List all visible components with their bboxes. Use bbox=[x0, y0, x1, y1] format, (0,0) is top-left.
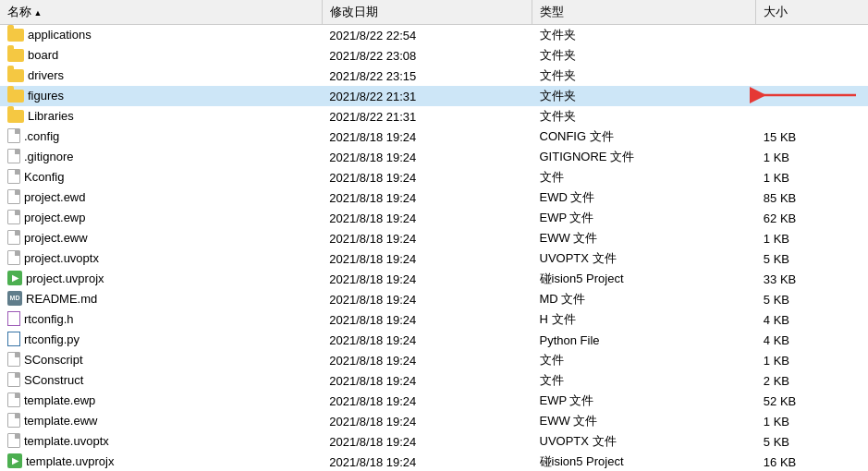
table-row[interactable]: figures2021/8/22 21:31文件夹 bbox=[0, 86, 868, 106]
table-row[interactable]: .config2021/8/18 19:24CONFIG 文件15 KB bbox=[0, 127, 868, 147]
file-name-text: .config bbox=[24, 129, 59, 143]
file-name-text: project.uvprojx bbox=[26, 272, 104, 285]
file-size: 1 KB bbox=[756, 167, 868, 187]
file-type: 碰ision5 Project bbox=[532, 452, 756, 471]
file-type: 文件夹 bbox=[532, 45, 756, 66]
file-size bbox=[756, 66, 868, 86]
table-row[interactable]: SConscript2021/8/18 19:24文件1 KB bbox=[0, 350, 868, 370]
file-type: 文件 bbox=[532, 370, 756, 391]
folder-icon bbox=[7, 90, 24, 103]
file-icon bbox=[7, 128, 20, 143]
file-date: 2021/8/18 19:24 bbox=[322, 187, 532, 208]
file-name: rtconfig.py bbox=[0, 330, 322, 350]
file-name: ▶project.uvprojx bbox=[0, 269, 322, 289]
file-name-text: template.uvoptx bbox=[24, 434, 109, 448]
file-name: .config bbox=[0, 127, 322, 147]
col-header-size[interactable]: 大小 bbox=[756, 0, 868, 25]
py-icon bbox=[7, 332, 20, 346]
file-name: figures bbox=[0, 86, 322, 106]
file-size: 4 KB bbox=[756, 330, 868, 350]
table-row[interactable]: project.eww2021/8/18 19:24EWW 文件1 KB bbox=[0, 228, 868, 248]
table-row[interactable]: project.ewp2021/8/18 19:24EWP 文件62 KB bbox=[0, 208, 868, 228]
file-name: project.uvoptx bbox=[0, 248, 322, 269]
file-type: H 文件 bbox=[532, 309, 756, 330]
file-icon bbox=[7, 250, 20, 265]
file-name: .gitignore bbox=[0, 147, 322, 167]
file-type: MD 文件 bbox=[532, 289, 756, 309]
table-row[interactable]: ▶template.uvprojx2021/8/18 19:24碰ision5 … bbox=[0, 452, 868, 471]
col-header-type[interactable]: 类型 bbox=[532, 0, 756, 25]
file-type: UVOPTX 文件 bbox=[532, 248, 756, 269]
file-name-text: figures bbox=[28, 89, 64, 103]
file-name: applications bbox=[0, 25, 322, 46]
table-row[interactable]: template.uvoptx2021/8/18 19:24UVOPTX 文件5… bbox=[0, 431, 868, 452]
file-name-text: project.eww bbox=[24, 231, 88, 245]
file-type: EWW 文件 bbox=[532, 228, 756, 248]
file-name-text: rtconfig.h bbox=[24, 312, 73, 326]
table-row[interactable]: project.uvoptx2021/8/18 19:24UVOPTX 文件5 … bbox=[0, 248, 868, 269]
file-date: 2021/8/18 19:24 bbox=[322, 431, 532, 452]
folder-icon bbox=[7, 29, 24, 42]
file-type: GITIGNORE 文件 bbox=[532, 147, 756, 167]
md-icon: MD bbox=[7, 291, 22, 306]
file-name-text: project.ewp bbox=[24, 211, 85, 224]
table-row[interactable]: template.ewp2021/8/18 19:24EWP 文件52 KB bbox=[0, 391, 868, 411]
file-type: 文件夹 bbox=[532, 25, 756, 46]
file-name-text: project.uvoptx bbox=[24, 251, 99, 265]
file-name: ▶template.uvprojx bbox=[0, 452, 322, 471]
file-name: template.ewp bbox=[0, 391, 322, 411]
folder-icon bbox=[7, 49, 24, 62]
file-name-text: project.ewd bbox=[24, 190, 85, 204]
file-type: 文件夹 bbox=[532, 86, 756, 106]
file-name: SConstruct bbox=[0, 370, 322, 391]
file-date: 2021/8/18 19:24 bbox=[322, 147, 532, 167]
file-date: 2021/8/18 19:24 bbox=[322, 370, 532, 391]
file-name-text: README.md bbox=[26, 292, 97, 306]
table-row[interactable]: rtconfig.py2021/8/18 19:24Python File4 K… bbox=[0, 330, 868, 350]
table-row[interactable]: .gitignore2021/8/18 19:24GITIGNORE 文件1 K… bbox=[0, 147, 868, 167]
file-date: 2021/8/22 23:08 bbox=[322, 45, 532, 66]
file-size bbox=[756, 25, 868, 46]
table-row[interactable]: template.eww2021/8/18 19:24EWW 文件1 KB bbox=[0, 411, 868, 431]
table-row[interactable]: SConstruct2021/8/18 19:24文件2 KB bbox=[0, 370, 868, 391]
file-name-text: applications bbox=[28, 28, 92, 42]
table-row[interactable]: applications2021/8/22 22:54文件夹 bbox=[0, 25, 868, 46]
file-name: project.eww bbox=[0, 228, 322, 248]
table-row[interactable]: Libraries2021/8/22 21:31文件夹 bbox=[0, 106, 868, 127]
file-size: 33 KB bbox=[756, 269, 868, 289]
file-type: 文件 bbox=[532, 350, 756, 370]
file-icon bbox=[7, 413, 20, 428]
file-icon bbox=[7, 189, 20, 204]
file-date: 2021/8/18 19:24 bbox=[322, 289, 532, 309]
file-name: project.ewp bbox=[0, 208, 322, 228]
file-name-text: board bbox=[28, 48, 58, 62]
folder-icon bbox=[7, 69, 24, 82]
file-icon bbox=[7, 169, 20, 184]
table-row[interactable]: board2021/8/22 23:08文件夹 bbox=[0, 45, 868, 66]
table-row[interactable]: drivers2021/8/22 23:15文件夹 bbox=[0, 66, 868, 86]
file-size: 52 KB bbox=[756, 391, 868, 411]
file-list[interactable]: 名称 修改日期 类型 大小 applications2021/8/22 22:5… bbox=[0, 0, 868, 471]
table-row[interactable]: MDREADME.md2021/8/18 19:24MD 文件5 KB bbox=[0, 289, 868, 309]
table-row[interactable]: Kconfig2021/8/18 19:24文件1 KB bbox=[0, 167, 868, 187]
file-name-text: .gitignore bbox=[24, 150, 73, 163]
file-name: rtconfig.h bbox=[0, 309, 322, 330]
table-row[interactable]: project.ewd2021/8/18 19:24EWD 文件85 KB bbox=[0, 187, 868, 208]
table-row[interactable]: rtconfig.h2021/8/18 19:24H 文件4 KB bbox=[0, 309, 868, 330]
file-type: CONFIG 文件 bbox=[532, 127, 756, 147]
col-header-name[interactable]: 名称 bbox=[0, 0, 322, 25]
file-icon bbox=[7, 392, 20, 407]
table-row[interactable]: ▶project.uvprojx2021/8/18 19:24碰ision5 P… bbox=[0, 269, 868, 289]
file-name-text: rtconfig.py bbox=[24, 332, 79, 346]
file-date: 2021/8/18 19:24 bbox=[322, 452, 532, 471]
file-name: template.uvoptx bbox=[0, 431, 322, 452]
file-date: 2021/8/18 19:24 bbox=[322, 167, 532, 187]
file-date: 2021/8/22 23:15 bbox=[322, 66, 532, 86]
file-date: 2021/8/18 19:24 bbox=[322, 127, 532, 147]
file-size: 1 KB bbox=[756, 147, 868, 167]
file-name-text: Kconfig bbox=[24, 170, 64, 184]
file-icon bbox=[7, 372, 20, 387]
file-size: 4 KB bbox=[756, 309, 868, 330]
file-size: 15 KB bbox=[756, 127, 868, 147]
col-header-date[interactable]: 修改日期 bbox=[322, 0, 532, 25]
